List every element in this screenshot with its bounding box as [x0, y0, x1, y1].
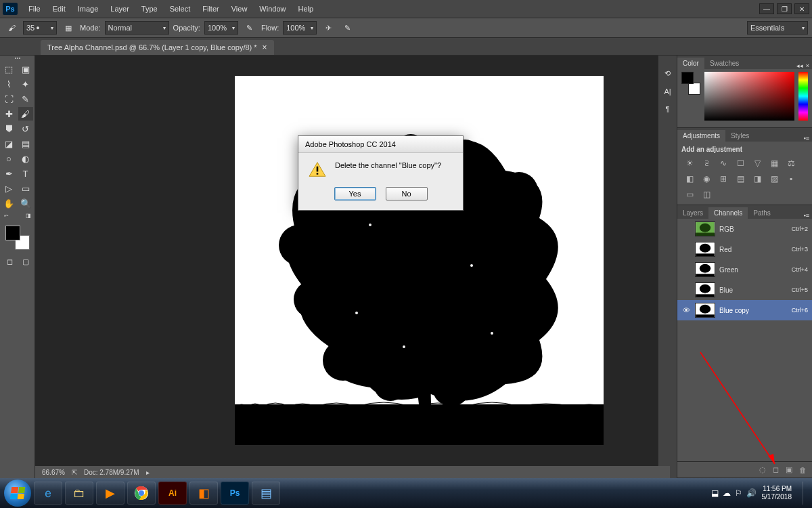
show-desktop-button[interactable] — [803, 482, 808, 505]
taskbar-illustrator-icon[interactable]: Ai — [158, 482, 187, 505]
yes-button[interactable]: Yes — [334, 187, 376, 200]
swap-colors[interactable]: ⤺◨ — [4, 213, 31, 219]
vibrance-icon[interactable]: ▽ — [752, 158, 763, 168]
stamp-tool[interactable]: ⛊ — [1, 122, 16, 135]
panel-close-icon[interactable]: × — [806, 62, 809, 69]
tab-adjustments[interactable]: Adjustments — [677, 130, 725, 142]
channel-row[interactable]: Blue Ctrl+5 — [677, 280, 812, 300]
channel-row[interactable]: RGB Ctrl+2 — [677, 219, 812, 239]
eraser-tool[interactable]: ◪ — [1, 137, 16, 150]
blackwhite-icon[interactable]: ◧ — [684, 174, 695, 184]
load-selection-icon[interactable]: ◌ — [759, 465, 766, 474]
brightness-icon[interactable]: ☀ — [684, 158, 695, 168]
shape-tool[interactable]: ▭ — [18, 182, 33, 195]
brush-tool[interactable]: 🖌 — [18, 107, 33, 121]
tab-channels[interactable]: Channels — [708, 207, 748, 219]
character-panel-icon[interactable]: A| — [664, 87, 671, 96]
menu-help[interactable]: Help — [292, 2, 319, 16]
paragraph-panel-icon[interactable]: ¶ — [666, 105, 670, 113]
foreground-color[interactable] — [5, 226, 20, 240]
canvas-area[interactable] — [35, 56, 658, 478]
posterize-icon[interactable]: ▨ — [769, 174, 780, 184]
menu-window[interactable]: Window — [254, 2, 291, 16]
status-arrow-icon[interactable]: ⇱ — [72, 469, 77, 476]
menu-view[interactable]: View — [226, 2, 253, 16]
pressure-opacity-icon[interactable]: ✎ — [242, 21, 257, 35]
close-button[interactable]: ✕ — [794, 3, 809, 14]
pressure-size-icon[interactable]: ✎ — [340, 21, 355, 35]
marquee-tool[interactable]: ▣ — [18, 62, 33, 76]
no-button[interactable]: No — [386, 187, 428, 200]
tray-volume-icon[interactable]: 🔊 — [746, 488, 757, 498]
taskbar-notes-icon[interactable]: ▤ — [252, 482, 280, 505]
panel-background-color[interactable] — [688, 83, 700, 95]
taskbar-explorer-icon[interactable]: 🗀 — [65, 482, 93, 505]
menu-file[interactable]: File — [23, 2, 46, 16]
menu-edit[interactable]: Edit — [47, 2, 71, 16]
screenmode-icon[interactable]: ▢ — [19, 255, 32, 268]
taskbar-ie-icon[interactable]: ｅ — [34, 482, 62, 505]
new-channel-icon[interactable]: ▣ — [786, 465, 792, 474]
menu-select[interactable]: Select — [164, 2, 196, 16]
hand-tool[interactable]: ✋ — [1, 196, 16, 210]
panel-menu-icon[interactable]: ▪≡ — [804, 212, 809, 219]
history-panel-icon[interactable]: ⟲ — [664, 69, 671, 78]
healing-tool[interactable]: ✚ — [1, 107, 16, 121]
crop-tool[interactable]: ⛶ — [1, 92, 16, 106]
visibility-icon[interactable]: 👁 — [681, 306, 691, 314]
zoom-level[interactable]: 66.67% — [42, 469, 65, 476]
maximize-button[interactable]: ❐ — [777, 3, 792, 14]
history-brush-tool[interactable]: ↺ — [18, 122, 33, 135]
hue-slider[interactable] — [798, 72, 808, 121]
document-canvas[interactable] — [235, 76, 604, 445]
threshold-icon[interactable]: ▪ — [786, 174, 796, 184]
workspace-switcher[interactable]: Essentials▾ — [747, 21, 808, 35]
channel-row[interactable]: 👁 Blue copy Ctrl+6 — [677, 300, 812, 320]
mode-select[interactable]: Normal▾ — [105, 21, 169, 35]
tab-styles[interactable]: Styles — [725, 130, 754, 142]
gradient-tool[interactable]: ▤ — [18, 137, 33, 150]
menu-image[interactable]: Image — [72, 2, 104, 16]
hue-icon[interactable]: ▦ — [769, 158, 780, 168]
levels-icon[interactable]: ⫔ — [701, 158, 712, 168]
curves-icon[interactable]: ∿ — [718, 158, 729, 168]
tab-color[interactable]: Color — [677, 58, 704, 69]
panel-menu-icon[interactable]: ▪≡ — [804, 135, 809, 142]
lasso-tool[interactable]: ⌇ — [1, 77, 16, 91]
tray-flag-icon[interactable]: ⚐ — [735, 488, 742, 498]
photofilter-icon[interactable]: ◉ — [701, 174, 712, 184]
taskbar-chrome-icon[interactable] — [127, 482, 156, 505]
colorlookup-icon[interactable]: ▤ — [735, 174, 746, 184]
channelmixer-icon[interactable]: ⊞ — [718, 174, 729, 184]
eyedropper-tool[interactable]: ✎ — [18, 92, 33, 106]
color-field[interactable] — [704, 72, 794, 121]
panel-handle-icon[interactable] — [14, 58, 21, 60]
status-chevron-icon[interactable]: ▸ — [146, 469, 150, 476]
taskbar-photoshop-icon[interactable]: Ps — [221, 482, 249, 505]
channel-row[interactable]: Green Ctrl+4 — [677, 259, 812, 280]
brush-size-select[interactable]: 35●▾ — [23, 21, 57, 35]
magic-wand-tool[interactable]: ✦ — [18, 77, 33, 91]
tray-cloud-icon[interactable]: ☁ — [723, 488, 731, 498]
menu-filter[interactable]: Filter — [197, 2, 224, 16]
move-tool[interactable]: ⬚ — [1, 62, 16, 76]
brush-panel-icon[interactable]: ▦ — [61, 21, 76, 35]
tab-layers[interactable]: Layers — [677, 207, 708, 219]
tray-dropbox-icon[interactable]: ⬓ — [711, 488, 719, 498]
panel-collapse-icon[interactable]: ◂◂ — [796, 62, 803, 69]
tab-swatches[interactable]: Swatches — [704, 58, 744, 69]
taskbar-media-icon[interactable]: ▶ — [96, 482, 125, 505]
exposure-icon[interactable]: ☐ — [735, 158, 746, 168]
type-tool[interactable]: T — [18, 167, 33, 180]
minimize-button[interactable]: — — [759, 3, 774, 14]
color-panel-swatches[interactable] — [681, 72, 700, 95]
delete-channel-icon[interactable]: 🗑 — [799, 466, 807, 474]
quickmask-icon[interactable]: ◻ — [3, 255, 16, 268]
selective-icon[interactable]: ◫ — [701, 190, 712, 199]
tab-close-icon[interactable]: × — [263, 43, 267, 52]
taskbar-app-icon[interactable]: ◧ — [189, 482, 218, 505]
opacity-select[interactable]: 100%▾ — [204, 21, 238, 35]
panel-foreground-color[interactable] — [681, 72, 694, 84]
tray-clock[interactable]: 11:56 PM 5/17/2018 — [762, 485, 798, 501]
dodge-tool[interactable]: ◐ — [18, 152, 33, 165]
